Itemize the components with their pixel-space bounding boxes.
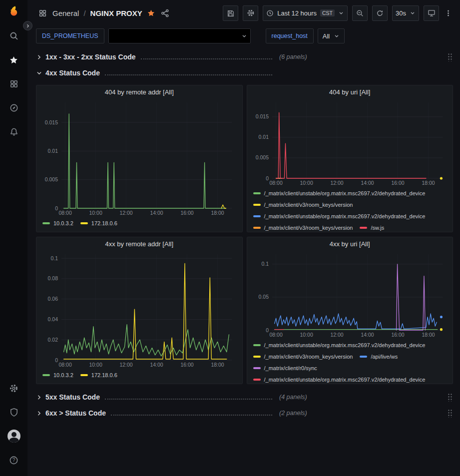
- row-toggle[interactable]: 6xx > Status Code: [36, 409, 272, 417]
- star-icon: [147, 9, 155, 17]
- legend-item[interactable]: 10.0.3.2: [42, 369, 73, 381]
- sidebar-expand-button[interactable]: [23, 21, 32, 30]
- refresh-interval-picker[interactable]: 30s: [392, 5, 419, 21]
- legend-color-mark: [253, 356, 261, 358]
- svg-text:10:00: 10:00: [89, 210, 102, 216]
- legend-item[interactable]: /_matrix/client/unstable/org.matrix.msc2…: [253, 210, 426, 222]
- time-series-chart[interactable]: 08:0010:0012:0014:0016:0018:0000.020.040…: [41, 251, 237, 369]
- grafana-flame-icon: [7, 5, 21, 19]
- share-button[interactable]: [160, 8, 170, 18]
- chart-legend: /_matrix/client/unstable/org.matrix.msc2…: [252, 339, 448, 383]
- dotted-leader: [105, 74, 272, 75]
- more-options-button[interactable]: [444, 8, 453, 18]
- legend-color-mark: [253, 379, 261, 381]
- dotted-leader: [105, 399, 272, 400]
- legend-label: /sw.js: [371, 225, 384, 231]
- favorite-star-button[interactable]: [147, 9, 155, 17]
- legend-item[interactable]: /_matrix/client/unstable/org.matrix.msc2…: [253, 339, 426, 351]
- legend-color-mark: [360, 227, 367, 229]
- grafana-logo[interactable]: [0, 0, 27, 24]
- legend-label: 10.0.3.2: [53, 220, 73, 226]
- row-title: 1xx - 3xx - 2xx Status Code: [45, 53, 136, 61]
- time-series-chart[interactable]: 08:0010:0012:0014:0016:0018:0000.0050.01…: [252, 99, 448, 187]
- variable-value-text: All: [323, 32, 330, 40]
- sidebar-item-explore[interactable]: [0, 96, 27, 120]
- breadcrumb-section[interactable]: General: [52, 9, 79, 17]
- zoom-out-icon: [356, 9, 364, 17]
- panel-404-by-remote-addr: 404 by remote addr [All] 08:0010:0012:00…: [36, 85, 243, 232]
- svg-text:18:00: 18:00: [211, 210, 224, 216]
- svg-text:14:00: 14:00: [150, 362, 163, 368]
- svg-text:14:00: 14:00: [150, 210, 163, 216]
- sidebar-item-starred[interactable]: [0, 48, 27, 72]
- sidebar-item-help[interactable]: ?: [0, 448, 27, 472]
- legend-item[interactable]: 10.0.3.2: [42, 217, 73, 229]
- variable-value-ds-prometheus[interactable]: [108, 28, 251, 43]
- kebab-menu-icon: [445, 9, 452, 17]
- svg-text:12:00: 12:00: [330, 332, 343, 338]
- legend-label: /_matrix/client/unstable/org.matrix.msc2…: [264, 377, 426, 383]
- shield-icon: [9, 408, 18, 417]
- time-series-chart[interactable]: 08:0010:0012:0014:0016:0018:0000.0050.01…: [41, 99, 237, 217]
- variable-value-request-host[interactable]: All: [318, 28, 345, 43]
- row-drag-handle-icon[interactable]: [448, 53, 452, 61]
- variable-label-ds-prometheus[interactable]: DS_PROMETHEUS: [36, 28, 104, 43]
- variable-label-request-host[interactable]: request_host: [266, 28, 314, 43]
- panel-4xx-by-uri: 4xx by uri [All] 08:0010:0012:0014:0016:…: [247, 237, 454, 384]
- svg-text:0: 0: [55, 205, 58, 211]
- sidebar-item-profile[interactable]: [0, 424, 27, 448]
- refresh-icon: [376, 9, 384, 17]
- time-series-chart[interactable]: 08:0010:0012:0014:0016:0018:0000.050.1: [252, 251, 448, 339]
- cycle-view-mode-button[interactable]: [424, 5, 439, 21]
- legend-item[interactable]: /_matrix/client/v3/room_keys/version: [253, 199, 353, 210]
- row-drag-handle-icon[interactable]: [448, 393, 452, 402]
- dashboard-title[interactable]: NGINX PROXY: [90, 9, 142, 17]
- row-toggle[interactable]: 1xx - 3xx - 2xx Status Code: [36, 53, 272, 61]
- svg-text:10:00: 10:00: [300, 332, 313, 338]
- legend-color-mark: [253, 367, 261, 369]
- svg-text:?: ?: [12, 458, 15, 463]
- row-title: 6xx > Status Code: [45, 409, 106, 417]
- apps-menu-button[interactable]: [37, 8, 48, 18]
- timezone-badge: CST: [320, 9, 335, 16]
- sidebar: ?: [0, 0, 27, 476]
- panel-title[interactable]: 4xx by remote addr [All]: [41, 237, 237, 251]
- breadcrumb-separator: /: [83, 9, 85, 17]
- panel-title[interactable]: 404 by uri [All]: [252, 85, 448, 99]
- row-drag-handle-icon[interactable]: [448, 409, 452, 418]
- legend-item[interactable]: /_matrix/client/v3/room_keys/version: [253, 222, 353, 231]
- svg-text:18:00: 18:00: [422, 332, 435, 338]
- sidebar-item-alerting[interactable]: [0, 120, 27, 144]
- legend-label: /_matrix/client/unstable/org.matrix.msc2…: [264, 213, 426, 219]
- dashboard-body: 1xx - 3xx - 2xx Status Code (6 panels) 4…: [27, 46, 460, 476]
- gear-icon: [9, 384, 18, 393]
- row-title: 5xx Status Code: [45, 393, 100, 401]
- sidebar-item-dashboards[interactable]: [0, 72, 27, 96]
- legend-item[interactable]: /_matrix/client/v3/room_keys/version: [253, 351, 353, 362]
- legend-item[interactable]: /api/live/ws: [360, 351, 398, 362]
- legend-label: /api/live/ws: [371, 354, 398, 360]
- panel-title[interactable]: 4xx by uri [All]: [252, 237, 448, 251]
- svg-text:0.02: 0.02: [48, 337, 58, 343]
- legend-item[interactable]: 172.18.0.6: [80, 217, 117, 229]
- panel-title[interactable]: 404 by remote addr [All]: [41, 85, 237, 99]
- legend-item[interactable]: /_matrix/client/unstable/org.matrix.msc2…: [253, 187, 426, 199]
- time-range-picker[interactable]: Last 12 hours CST: [263, 5, 348, 21]
- legend-item[interactable]: /_matrix/client/r0/sync: [253, 362, 317, 374]
- sidebar-item-configuration[interactable]: [0, 376, 27, 400]
- legend-item[interactable]: /_matrix/client/unstable/org.matrix.msc2…: [253, 374, 426, 383]
- refresh-button[interactable]: [372, 5, 388, 21]
- row-toggle[interactable]: 4xx Status Code: [36, 69, 272, 77]
- legend-item[interactable]: 172.18.0.6: [80, 369, 117, 381]
- svg-text:0.1: 0.1: [50, 255, 58, 261]
- save-dashboard-button[interactable]: [223, 5, 238, 21]
- dashboards-grid-icon: [9, 79, 18, 88]
- dashboard-settings-button[interactable]: [243, 5, 258, 21]
- panel-4xx-by-remote-addr: 4xx by remote addr [All] 08:0010:0012:00…: [36, 237, 243, 384]
- zoom-out-time-button[interactable]: [352, 5, 368, 21]
- row-toggle[interactable]: 5xx Status Code: [36, 393, 272, 401]
- legend-label: /_matrix/client/unstable/org.matrix.msc2…: [264, 190, 426, 196]
- legend-item[interactable]: /sw.js: [360, 222, 384, 231]
- svg-text:0.05: 0.05: [258, 294, 269, 300]
- sidebar-item-server-admin[interactable]: [0, 400, 27, 424]
